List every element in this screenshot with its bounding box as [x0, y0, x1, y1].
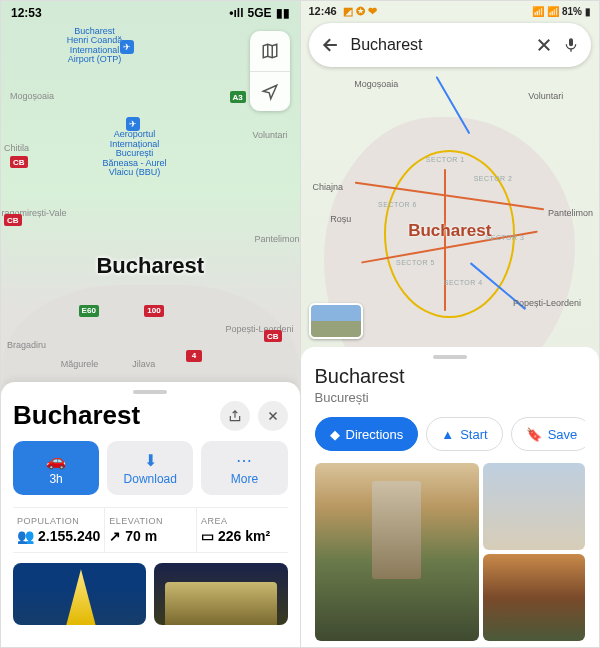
map-controls	[250, 31, 290, 111]
place-sheet-apple[interactable]: Bucharest 🚗 3h ⬇ Download ⋯ More POPULAT…	[1, 382, 300, 647]
place-sheet-google[interactable]: Bucharest București ◆ Directions ▲ Start…	[301, 347, 600, 647]
sector-label: SECTOR 5	[396, 259, 435, 266]
area-icon: ▭	[201, 528, 214, 544]
stat-population: POPULATION 👥2.155.240	[13, 508, 104, 552]
bookmark-icon: 🔖	[526, 427, 542, 442]
more-button[interactable]: ⋯ More	[201, 441, 287, 495]
road-shield: 4	[186, 350, 202, 362]
sector-label: SECTOR 3	[486, 234, 525, 241]
apple-maps-panel: 12:53 •ıll 5GE ▮▮ Bucharest Henri Coandă…	[0, 0, 300, 648]
road-shield: CB	[264, 330, 282, 342]
status-right: •ıll 5GE ▮▮	[229, 6, 289, 20]
stat-elevation: ELEVATION ↗70 m	[104, 508, 196, 552]
place-title: Bucharest	[315, 365, 586, 388]
suburb-label: Roșu	[330, 214, 351, 224]
photo-strip	[13, 563, 288, 625]
place-stats: POPULATION 👥2.155.240 ELEVATION ↗70 m AR…	[13, 507, 288, 553]
android-status-bar: 12:46 ◩ ✪ ❤ 📶 📶 81% ▮	[301, 1, 600, 21]
stat-area: AREA ▭226 km²	[196, 508, 288, 552]
download-button[interactable]: ⬇ Download	[107, 441, 193, 495]
sector-label: SECTOR 2	[474, 175, 513, 182]
suburb-label: Chiajna	[312, 182, 343, 192]
directions-button[interactable]: ◆ Directions	[315, 417, 419, 451]
share-button[interactable]	[220, 401, 250, 431]
locate-me-button[interactable]	[250, 71, 290, 111]
status-right: 📶 📶 81% ▮	[532, 6, 591, 17]
search-bar[interactable]: Bucharest	[309, 23, 592, 67]
car-icon: 🚗	[46, 451, 66, 470]
action-row: ◆ Directions ▲ Start 🔖 Save < Share	[315, 417, 586, 451]
airport-label-bbu[interactable]: Aeroportul Internațional București Bănea…	[102, 130, 166, 177]
close-button[interactable]	[258, 401, 288, 431]
city-label[interactable]: Bucharest	[408, 221, 491, 241]
airport-label-otp[interactable]: Bucharest Henri Coandă International Air…	[67, 27, 123, 65]
photo-gallery	[315, 463, 586, 641]
place-photo[interactable]	[483, 554, 586, 641]
suburb-label: Măgurele	[61, 359, 99, 369]
back-icon[interactable]	[321, 35, 341, 55]
more-icon: ⋯	[236, 451, 252, 470]
road-shield: CB	[4, 214, 22, 226]
directions-button[interactable]: 🚗 3h	[13, 441, 99, 495]
streetview-thumbnail[interactable]	[309, 303, 363, 339]
suburb-label: Jilava	[132, 359, 155, 369]
place-subtitle: București	[315, 390, 586, 405]
people-icon: 👥	[17, 528, 34, 544]
suburb-label: Bragadiru	[7, 340, 46, 350]
suburb-label: Mogoșoaia	[10, 91, 54, 101]
notification-icons: ◩ ✪ ❤	[343, 5, 377, 18]
suburb-label: Chitila	[4, 143, 29, 153]
google-maps-panel: 12:46 ◩ ✪ ❤ 📶 📶 81% ▮ Bucharest Buchares…	[300, 0, 601, 648]
place-title: Bucharest	[13, 400, 212, 431]
suburb-label: Mogoșoaia	[354, 79, 398, 89]
sector-label: SECTOR 1	[426, 156, 465, 163]
road-shield: 100	[144, 305, 163, 317]
suburb-label: Voluntari	[528, 91, 563, 101]
download-icon: ⬇	[144, 451, 157, 470]
road-shield: A3	[230, 91, 246, 103]
directions-icon: ◆	[330, 427, 340, 442]
airplane-icon: ✈	[120, 40, 134, 54]
svg-rect-0	[569, 38, 573, 46]
suburb-label: Voluntari	[253, 130, 288, 140]
search-query[interactable]: Bucharest	[351, 36, 526, 54]
place-photo[interactable]	[154, 563, 287, 625]
place-photo[interactable]	[483, 463, 586, 550]
suburb-label: Popești-Leordeni	[225, 324, 293, 334]
sheet-grabber[interactable]	[433, 355, 467, 359]
save-button[interactable]: 🔖 Save	[511, 417, 585, 451]
clear-icon[interactable]	[535, 36, 553, 54]
sector-label: SECTOR 4	[444, 279, 483, 286]
ios-status-bar: 12:53 •ıll 5GE ▮▮	[1, 1, 300, 25]
arrow-up-right-icon: ↗	[109, 528, 121, 544]
navigate-icon: ▲	[441, 427, 454, 442]
map-mode-button[interactable]	[250, 31, 290, 71]
sheet-grabber[interactable]	[133, 390, 167, 394]
road-shield: CB	[10, 156, 28, 168]
suburb-label: Popești-Leordeni	[513, 298, 581, 308]
suburb-label: Pantelimon	[254, 234, 299, 244]
place-photo[interactable]	[13, 563, 146, 625]
voice-icon[interactable]	[563, 35, 579, 55]
start-button[interactable]: ▲ Start	[426, 417, 502, 451]
status-time: 12:46	[309, 5, 337, 17]
place-photo-hero[interactable]	[315, 463, 479, 641]
sector-label: SECTOR 6	[378, 201, 417, 208]
suburb-label: Pantelimon	[548, 208, 593, 218]
city-label[interactable]: Bucharest	[96, 253, 204, 279]
status-time: 12:53	[11, 6, 42, 20]
road-shield: E60	[79, 305, 99, 317]
